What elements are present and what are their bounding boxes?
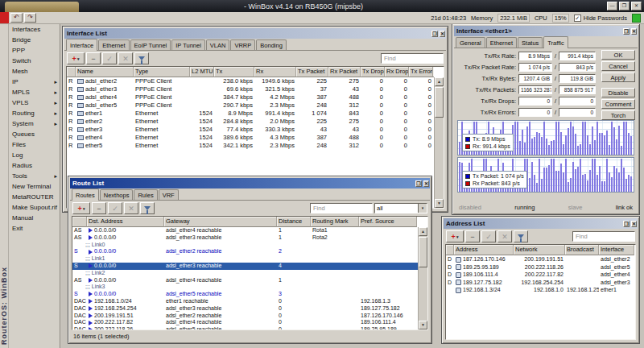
cpu-value[interactable]: 15% [552, 14, 569, 23]
table-row[interactable]: D189.106.111.4200.222.117.82adsl_ether4 [446, 271, 635, 279]
tab-ethernet[interactable]: Ethernet [486, 37, 517, 48]
sidebar-item-vpls[interactable]: VPLS▸ [9, 97, 60, 108]
undo-icon[interactable]: ↶ [10, 13, 23, 23]
find-input[interactable]: Find [310, 203, 373, 213]
cancel-button[interactable]: Cancel [601, 61, 635, 71]
maximize-icon[interactable]: ❒ [619, 2, 630, 10]
remove-button[interactable]: − [86, 52, 101, 64]
table-row[interactable]: S0.0.0.0/0adsl_ether5 reachable3 [72, 291, 418, 298]
window-close-icon[interactable]: ✕ [423, 180, 429, 187]
table-row[interactable]: DAC200.222.117.82adsl_ether4 reachable01… [72, 319, 418, 326]
table-row[interactable]: S0.0.0.0/0adsl_ether3 reachable4 [72, 263, 418, 270]
table-row[interactable]: D189.127.75.182192.168.254.254adsl_ether… [446, 279, 635, 287]
column-header-pref-source[interactable]: Pref. Source [359, 217, 417, 227]
table-row[interactable]: ;;; Link2 [72, 270, 418, 277]
hide-passwords-checkbox[interactable]: ✓ [574, 14, 581, 22]
table-row[interactable]: Rether3Ethernet152477.4 kbps330.3 kbps43… [67, 126, 434, 134]
filter-select[interactable]: all ▾ [374, 203, 427, 213]
column-header-rx[interactable]: Rx [254, 67, 296, 77]
column-header-rx-packet[interactable]: Rx Packet [328, 67, 361, 77]
tab-vlan[interactable]: VLAN [206, 39, 230, 50]
comment-button[interactable]: Comment [601, 99, 635, 109]
column-header-flags[interactable] [67, 67, 76, 77]
sidebar-item-exit[interactable]: Exit [9, 223, 60, 234]
table-row[interactable]: D189.25.95.189200.222.118.26adsl_ether5 [446, 263, 635, 271]
tab-vrf[interactable]: VRF [159, 189, 179, 200]
find-input[interactable]: Find [381, 53, 444, 64]
sidebar-item-queues[interactable]: Queues [9, 129, 60, 139]
remove-button[interactable]: − [92, 202, 106, 214]
window-maximize-icon[interactable]: ❒ [623, 28, 629, 35]
window-titlebar[interactable]: Interface <ether1> ❒ ✕ [454, 26, 638, 36]
vertical-scrollbar[interactable]: ▲ ▼ [418, 227, 427, 329]
table-row[interactable]: AS0.0.0.0/0adsl_ether4 reachable1 [72, 277, 418, 284]
add-button[interactable]: + ▾ [446, 230, 464, 242]
sidebar-item-mesh[interactable]: Mesh [9, 66, 60, 77]
table-row[interactable]: DAC200.199.191.51adsl_ether2 reachable01… [72, 313, 418, 320]
table-row[interactable]: Radsl_ether2PPPoE Client238.0 kbps1949.6… [67, 77, 434, 85]
sidebar-item-system[interactable]: System▸ [9, 118, 60, 129]
window-maximize-icon[interactable]: ❒ [415, 180, 421, 187]
enable-button[interactable]: ✓ [102, 52, 117, 64]
scrollbar-thumb[interactable] [419, 237, 427, 267]
add-button[interactable]: + ▾ [72, 202, 90, 214]
disable-button[interactable]: ✕ [497, 230, 512, 242]
add-button[interactable]: + ▾ [67, 52, 85, 64]
scroll-down-icon[interactable]: ▼ [435, 199, 444, 208]
scroll-down-icon[interactable]: ▼ [419, 321, 427, 329]
filter-button[interactable] [514, 230, 528, 242]
table-row[interactable]: ;;; Link1 [72, 255, 418, 263]
sidebar-item-make-supout-rif[interactable]: Make Supout.rif [9, 202, 60, 213]
minimize-icon[interactable]: — [607, 2, 617, 10]
column-header-type[interactable]: Type [134, 67, 190, 77]
window-close-icon[interactable]: ✕ [440, 31, 445, 37]
window-titlebar[interactable]: Interface List ❒ ✕ [64, 28, 446, 39]
tab-ip-tunnel[interactable]: IP Tunnel [171, 39, 205, 50]
column-header-dst-address[interactable]: Dst. Address [87, 217, 164, 227]
table-row[interactable]: ;;; Link3 [72, 284, 418, 291]
column-header-l2-mtu[interactable]: L2 MTU [190, 67, 214, 77]
filter-button[interactable] [140, 202, 155, 214]
column-header-tx-packet[interactable]: Tx Packet [296, 67, 328, 77]
enable-button[interactable]: ✓ [108, 202, 122, 214]
tab-vrrp[interactable]: VRRP [230, 39, 255, 50]
tab-nexthops[interactable]: Nexthops [100, 189, 134, 200]
tab-interface[interactable]: Interface [66, 39, 97, 51]
tab-bonding[interactable]: Bonding [256, 39, 287, 50]
redo-icon[interactable]: ↷ [24, 13, 36, 23]
apply-button[interactable]: Apply [601, 72, 635, 82]
sidebar-item-routing[interactable]: Routing▸ [9, 108, 60, 118]
column-header-flags[interactable] [446, 245, 454, 255]
table-row[interactable]: AS0.0.0.0/0adsl_ether3 reachable1Rota2 [72, 234, 418, 242]
table-row[interactable]: Rether1Ethernet15248.9 Mbps991.4 kbps1 0… [67, 110, 434, 118]
sidebar-item-manual[interactable]: Manual [9, 213, 60, 223]
ok-button[interactable]: OK [601, 50, 635, 60]
dropdown-icon[interactable]: ▾ [418, 204, 427, 213]
window-maximize-icon[interactable]: ❒ [623, 221, 629, 227]
enable-button[interactable]: ✓ [481, 230, 496, 242]
column-header-network[interactable]: Network [514, 245, 565, 255]
filter-button[interactable] [134, 52, 149, 64]
find-input[interactable]: Find [572, 231, 635, 242]
table-row[interactable]: S0.0.0.0/0adsl_ether2 reachable2 [72, 248, 418, 255]
table-row[interactable]: 192.168.1.3/24192.168.1.0192.168.1.255et… [446, 286, 635, 294]
column-header-interface[interactable]: Interface [599, 245, 634, 255]
table-row[interactable]: Rether2Ethernet1524284.8 kbps2.0 Mbps225… [67, 118, 434, 126]
column-header-gateway[interactable]: Gateway [164, 217, 277, 227]
tab-traffic[interactable]: Traffic [543, 36, 568, 48]
table-row[interactable]: Radsl_ether5PPPoE Client290.7 kbps2.3 Mb… [67, 102, 434, 110]
sidebar-item-mpls[interactable]: MPLS▸ [9, 87, 60, 97]
column-header-tx-drops[interactable]: Tx Drops [361, 67, 385, 77]
table-row[interactable]: ;;; Link0 [72, 242, 418, 249]
sidebar-item-bridge[interactable]: Bridge [9, 35, 60, 45]
window-close-icon[interactable]: ✕ [631, 221, 637, 227]
window-titlebar[interactable]: Address List ❒ ✕ [444, 218, 638, 229]
sidebar-item-switch[interactable]: Switch [9, 56, 60, 66]
window-close-icon[interactable]: ✕ [631, 28, 637, 35]
column-header-name[interactable]: Name [76, 67, 134, 77]
table-row[interactable]: Radsl_ether4PPPoE Client384.7 kbps4.2 Mb… [67, 93, 434, 102]
disable-button[interactable]: Disable [601, 88, 635, 97]
tab-ethernet[interactable]: Ethernet [98, 39, 129, 50]
table-row[interactable]: D187.126.170.146200.199.191.51adsl_ether… [446, 255, 635, 263]
column-header-address[interactable]: Address [454, 245, 514, 255]
